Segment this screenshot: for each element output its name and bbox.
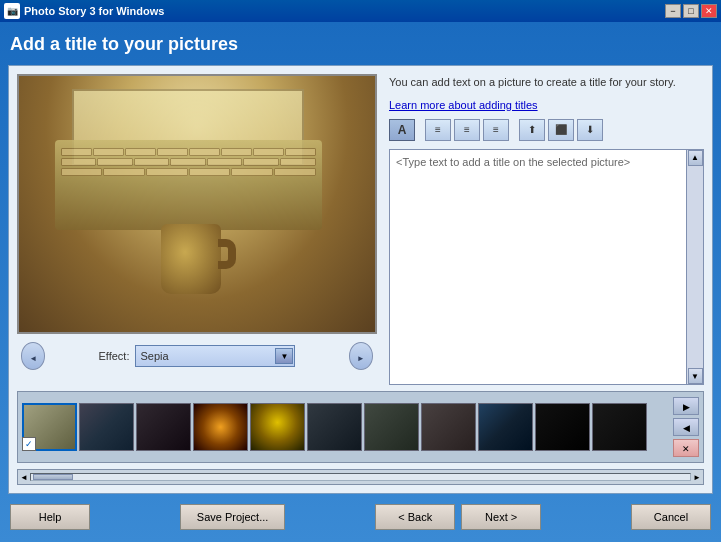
align-left-icon: ≡ [435,124,441,135]
scroll-left-arrow[interactable]: ◄ [20,473,28,482]
arrow-right-icon [683,401,690,412]
center-buttons: < Back Next > [375,504,541,530]
key [61,148,92,156]
list-item[interactable] [421,403,476,451]
position-bottom-button[interactable]: ⬇ [577,119,603,141]
image-mug-element [161,224,221,294]
thumbnail[interactable] [79,403,134,451]
effect-dropdown[interactable]: Sepia No Effect Black and White Antique … [135,345,295,367]
back-button[interactable]: < Back [375,504,455,530]
key [93,148,124,156]
position-top-button[interactable]: ⬆ [519,119,545,141]
position-top-icon: ⬆ [528,124,536,135]
thumbnail[interactable] [478,403,533,451]
align-center-button[interactable]: ≡ [454,119,480,141]
thumbnail[interactable] [193,403,248,451]
thumbnail[interactable] [136,403,191,451]
list-item[interactable] [307,403,362,451]
title-text-input[interactable]: <Type text to add a title on the selecte… [390,150,685,385]
thumbnail[interactable] [421,403,476,451]
key [157,148,188,156]
list-item[interactable] [478,403,533,451]
key [207,158,243,166]
text-toolbar: A ≡ ≡ ≡ ⬆ [389,119,704,141]
thumbnail[interactable] [535,403,590,451]
key [61,158,97,166]
list-item[interactable] [364,403,419,451]
scroll-thumb[interactable] [33,474,73,480]
close-button[interactable]: ✕ [701,4,717,18]
position-middle-icon: ⬛ [555,124,567,135]
main-container: Add a title to your pictures [0,22,721,542]
key [253,148,284,156]
key [61,168,103,176]
app-icon: 📷 [4,3,20,19]
key [125,148,156,156]
key [170,158,206,166]
image-keyboard-element [55,140,322,230]
thumbnail[interactable] [307,403,362,451]
scroll-up-button[interactable]: ▲ [688,150,703,166]
key [280,158,316,166]
help-button[interactable]: Help [10,504,90,530]
key-row [61,148,316,156]
key-row [61,168,316,176]
thumbnail[interactable] [592,403,647,451]
list-item[interactable] [250,403,305,451]
content-area: Effect: Sepia No Effect Black and White … [8,65,713,494]
minimize-button[interactable]: − [665,4,681,18]
list-item[interactable]: ✓ [22,403,77,451]
learn-more-link[interactable]: Learn more about adding titles [389,99,704,111]
chevron-left-icon [29,348,37,364]
filmstrip-back-button[interactable] [673,418,699,436]
thumbnail[interactable] [364,403,419,451]
title-bar: 📷 Photo Story 3 for Windows − □ ✕ [0,0,721,22]
list-item[interactable] [193,403,248,451]
filmstrip-delete-button[interactable] [673,439,699,457]
restore-button[interactable]: □ [683,4,699,18]
key [146,168,188,176]
window-controls: − □ ✕ [665,4,717,18]
scroll-down-button[interactable]: ▼ [688,368,703,384]
effect-select-wrapper: Sepia No Effect Black and White Antique … [135,345,295,367]
text-area-container: <Type text to add a title on the selecte… [389,149,704,386]
align-right-icon: ≡ [493,124,499,135]
arrow-left-icon [683,422,690,433]
chevron-right-icon [357,348,365,364]
cancel-button[interactable]: Cancel [631,504,711,530]
align-left-button[interactable]: ≡ [425,119,451,141]
position-middle-button[interactable]: ⬛ [548,119,574,141]
scroll-right-arrow[interactable]: ► [693,473,701,482]
effect-row: Effect: Sepia No Effect Black and White … [45,345,348,367]
filmstrip-area: ✓ [17,391,704,463]
thumbnail[interactable] [250,403,305,451]
key [103,168,145,176]
key [285,148,316,156]
filmstrip-forward-button[interactable] [673,397,699,415]
key [134,158,170,166]
align-center-icon: ≡ [464,124,470,135]
next-button[interactable]: Next > [461,504,541,530]
align-right-button[interactable]: ≡ [483,119,509,141]
key [231,168,273,176]
image-canvas [19,76,375,332]
position-bottom-icon: ⬇ [586,124,594,135]
filmstrip-controls [673,397,699,457]
text-scrollbar: ▲ ▼ [686,150,703,385]
thumbnail-check: ✓ [22,437,36,451]
image-viewer [17,74,377,334]
next-image-button[interactable] [349,342,373,370]
bottom-bar: Help Save Project... < Back Next > Cance… [8,500,713,534]
prev-image-button[interactable] [21,342,45,370]
filmstrip-scrollbar[interactable]: ◄ ► [17,469,704,485]
key [189,148,220,156]
page-title: Add a title to your pictures [8,30,713,59]
window-title: Photo Story 3 for Windows [24,5,661,17]
list-item[interactable] [535,403,590,451]
font-button[interactable]: A [389,119,415,141]
list-item[interactable] [136,403,191,451]
list-item[interactable] [79,403,134,451]
save-project-button[interactable]: Save Project... [180,504,286,530]
scroll-track[interactable] [30,473,691,481]
list-item[interactable] [592,403,647,451]
